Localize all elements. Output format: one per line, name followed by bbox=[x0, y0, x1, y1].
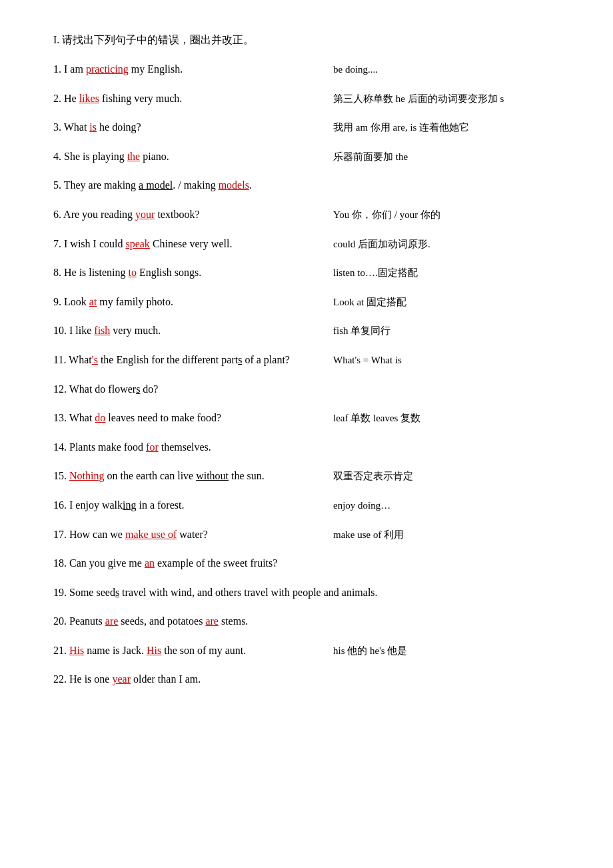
item-17: 17. How can we make use of water?make us… bbox=[53, 526, 560, 543]
item-15: 15. Nothing on the earth can live withou… bbox=[53, 467, 560, 485]
item-2: 2. He likes fishing very much.第三人称单数 he … bbox=[53, 90, 560, 107]
item-21-note: his 他的 he's 他是 bbox=[333, 643, 560, 659]
item-2-note: 第三人称单数 he 后面的动词要变形加 s bbox=[333, 91, 560, 107]
item-19: 19. Some seeds travel with wind, and oth… bbox=[53, 584, 560, 601]
item-3-text: 3. What is he doing? bbox=[53, 119, 333, 136]
item-14: 14. Plants make food for themselves. bbox=[53, 439, 560, 456]
item-20: 20. Peanuts are seeds, and potatoes are … bbox=[53, 613, 560, 630]
item-10: 10. I like fish very much.fish 单复同行 bbox=[53, 322, 560, 339]
item-9-note: Look at 固定搭配 bbox=[333, 294, 560, 310]
item-17-text: 17. How can we make use of water? bbox=[53, 526, 333, 543]
item-15-note: 双重否定表示肯定 bbox=[333, 468, 560, 484]
item-10-note: fish 单复同行 bbox=[333, 323, 560, 339]
item-9-text: 9. Look at my family photo. bbox=[53, 293, 333, 311]
item-1-text: 1. I am practicing my English. bbox=[53, 61, 333, 78]
item-12: 12. What do flowers do? bbox=[53, 381, 560, 398]
item-22: 22. He is one year older than I am. bbox=[53, 671, 560, 688]
item-9: 9. Look at my family photo.Look at 固定搭配 bbox=[53, 293, 560, 311]
item-16-note: enjoy doing… bbox=[333, 497, 560, 513]
item-5: 5. They are making a model. / making mod… bbox=[53, 177, 560, 194]
item-7: 7. I wish I could speak Chinese very wel… bbox=[53, 235, 560, 253]
item-11-note: What's = What is bbox=[333, 352, 560, 368]
item-4-note: 乐器前面要加 the bbox=[333, 149, 560, 165]
item-21: 21. His name is Jack. His the son of my … bbox=[53, 642, 560, 659]
item-15-text: 15. Nothing on the earth can live withou… bbox=[53, 467, 333, 485]
item-16: 16. I enjoy walking in a forest.enjoy do… bbox=[53, 497, 560, 514]
item-18: 18. Can you give me an example of the sw… bbox=[53, 555, 560, 572]
item-21-text: 21. His name is Jack. His the son of my … bbox=[53, 642, 333, 659]
item-17-note: make use of 利用 bbox=[333, 527, 560, 543]
item-13: 13. What do leaves need to make food?lea… bbox=[53, 409, 560, 427]
item-4-text: 4. She is playing the piano. bbox=[53, 148, 333, 165]
item-7-text: 7. I wish I could speak Chinese very wel… bbox=[53, 235, 333, 253]
item-11: 11. What's the English for the different… bbox=[53, 351, 560, 369]
item-3: 3. What is he doing?我用 am 你用 are, is 连着他… bbox=[53, 119, 560, 136]
item-13-note: leaf 单数 leaves 复数 bbox=[333, 410, 560, 426]
item-6-note: You 你，你们 / your 你的 bbox=[333, 207, 560, 223]
item-1: 1. I am practicing my English.be doing..… bbox=[53, 61, 560, 78]
item-13-text: 13. What do leaves need to make food? bbox=[53, 409, 333, 427]
item-10-text: 10. I like fish very much. bbox=[53, 322, 333, 339]
title: I. 请找出下列句子中的错误，圈出并改正。 bbox=[53, 33, 560, 47]
item-8: 8. He is listening to English songs.list… bbox=[53, 264, 560, 281]
item-2-text: 2. He likes fishing very much. bbox=[53, 90, 333, 107]
item-11-text: 11. What's the English for the different… bbox=[53, 351, 333, 369]
item-8-text: 8. He is listening to English songs. bbox=[53, 264, 333, 281]
item-6: 6. Are you reading your textbook?You 你，你… bbox=[53, 206, 560, 223]
item-6-text: 6. Are you reading your textbook? bbox=[53, 206, 333, 223]
item-1-note: be doing.... bbox=[333, 61, 560, 77]
item-16-text: 16. I enjoy walking in a forest. bbox=[53, 497, 333, 514]
item-7-note: could 后面加动词原形. bbox=[333, 236, 560, 252]
item-3-note: 我用 am 你用 are, is 连着他她它 bbox=[333, 119, 560, 135]
item-8-note: listen to….固定搭配 bbox=[333, 265, 560, 281]
item-4: 4. She is playing the piano.乐器前面要加 the bbox=[53, 148, 560, 165]
